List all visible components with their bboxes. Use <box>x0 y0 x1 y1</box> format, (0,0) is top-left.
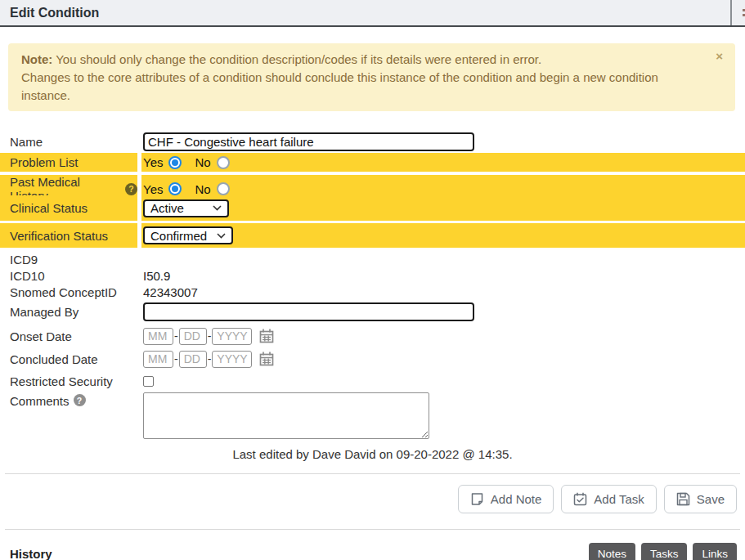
calendar-icon[interactable] <box>259 329 274 343</box>
save-button[interactable]: Save <box>664 485 737 513</box>
concluded-month-input[interactable] <box>143 351 173 368</box>
calendar-icon[interactable] <box>259 352 274 366</box>
save-disk-icon <box>676 492 690 506</box>
name-label: Name <box>0 131 137 152</box>
icd9-row: ICD9 <box>0 251 745 267</box>
icd10-value: I50.9 <box>141 267 745 284</box>
icd10-row: ICD10 I50.9 <box>0 267 745 284</box>
snomed-label: Snomed ConceptID <box>0 284 137 300</box>
pmh-yes-radio[interactable] <box>168 182 182 195</box>
problem-list-label: Problem List <box>0 153 137 172</box>
name-row: Name <box>0 131 745 152</box>
concluded-year-input[interactable] <box>212 351 252 368</box>
verification-status-label: Verification Status <box>0 223 137 248</box>
icd9-label: ICD9 <box>0 251 137 267</box>
help-icon[interactable]: ? <box>125 183 137 195</box>
problem-list-no-label: No <box>195 155 210 169</box>
note-icon <box>470 492 484 506</box>
onset-date-label: Onset Date <box>0 326 137 346</box>
page-header: Edit Condition <box>0 0 745 27</box>
icd9-value <box>141 251 745 267</box>
comments-label: Comments <box>10 394 70 408</box>
note-banner-line1: Note: You should only change the conditi… <box>21 51 699 69</box>
restricted-security-row: Restricted Security <box>0 373 745 389</box>
concluded-date-label: Concluded Date <box>0 349 137 369</box>
onset-date-row: Onset Date - - <box>0 326 745 346</box>
problem-list-no-radio[interactable] <box>217 156 230 169</box>
page-title: Edit Condition <box>0 6 99 20</box>
add-task-button[interactable]: Add Task <box>561 485 656 513</box>
verification-status-select[interactable]: Confirmed <box>143 226 233 244</box>
clinical-status-select[interactable]: Active <box>143 199 229 217</box>
task-calendar-icon <box>573 492 587 506</box>
add-note-button[interactable]: Add Note <box>458 485 554 513</box>
icd10-label: ICD10 <box>0 267 137 284</box>
action-buttons: Add Note Add Task Save <box>0 485 737 513</box>
pmh-yes-label: Yes <box>143 182 163 196</box>
managed-by-row: Managed By <box>0 302 745 321</box>
history-title: History <box>10 547 52 560</box>
problem-list-row: Problem List Yes No <box>0 153 745 172</box>
past-medical-history-row: Past Medical History ? Yes No <box>0 175 745 193</box>
clinical-status-row: Clinical Status Active <box>0 195 745 221</box>
last-edited-text: Last edited by Dave David on 09-20-2022 … <box>0 447 745 461</box>
date-separator: - <box>208 329 212 343</box>
clinical-status-label: Clinical Status <box>0 195 137 221</box>
snomed-value: 42343007 <box>141 284 745 300</box>
date-separator: - <box>174 329 178 343</box>
edit-condition-form: Name Problem List Yes No Past Medical Hi… <box>0 131 745 461</box>
date-separator: - <box>174 352 178 365</box>
restricted-security-label: Restricted Security <box>0 373 137 389</box>
managed-by-input[interactable] <box>143 302 474 321</box>
restricted-security-checkbox[interactable] <box>143 376 154 387</box>
date-separator: - <box>208 352 212 365</box>
history-section: History Notes Tasks Links <box>10 543 737 560</box>
pmh-no-radio[interactable] <box>217 182 230 195</box>
links-button[interactable]: Links <box>693 543 737 560</box>
comments-row: Comments ? <box>0 392 745 440</box>
problem-list-yes-label: Yes <box>143 155 163 169</box>
header-divider <box>730 0 732 25</box>
onset-year-input[interactable] <box>212 328 252 345</box>
pmh-no-label: No <box>195 182 210 196</box>
snomed-row: Snomed ConceptID 42343007 <box>0 284 745 300</box>
concluded-day-input[interactable] <box>179 351 207 368</box>
chevron-down-icon <box>217 233 226 239</box>
comments-textarea[interactable] <box>143 392 429 439</box>
note-banner-line2: Changes to the core attributes of a cond… <box>21 69 699 105</box>
divider <box>5 473 740 474</box>
notes-button[interactable]: Notes <box>589 543 635 560</box>
divider <box>5 529 740 530</box>
tasks-button[interactable]: Tasks <box>641 543 688 560</box>
problem-list-yes-radio[interactable] <box>168 156 182 169</box>
onset-day-input[interactable] <box>179 328 207 345</box>
chevron-down-icon <box>213 205 222 211</box>
managed-by-label: Managed By <box>0 302 137 321</box>
name-input[interactable] <box>143 132 474 151</box>
note-banner: Note: You should only change the conditi… <box>8 43 735 111</box>
concluded-date-row: Concluded Date - - <box>0 349 745 369</box>
onset-month-input[interactable] <box>143 328 173 345</box>
banner-close-icon[interactable]: × <box>716 51 723 62</box>
help-icon[interactable]: ? <box>74 394 86 406</box>
verification-status-row: Verification Status Confirmed <box>0 223 745 248</box>
